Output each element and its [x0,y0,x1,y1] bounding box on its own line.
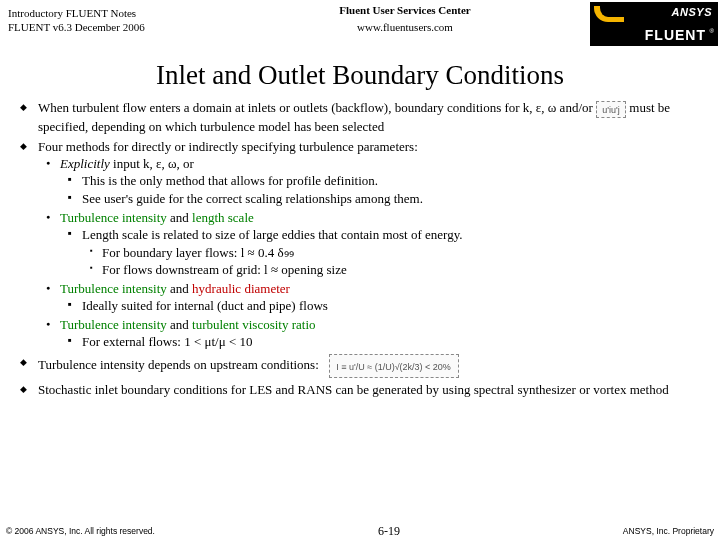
downstream-grid-eq: For flows downstream of grid: l ≈ openin… [82,261,706,278]
bullet-intensity-upstream: Turbulence intensity depends on upstream… [14,354,706,378]
method-intensity-hydraulic: Turbulence intensity and hydraulic diame… [38,280,706,314]
ansys-fluent-logo: ANSYS FLUENT ® [590,2,718,46]
website-url: www.fluentusers.com [220,21,590,33]
slide-footer: © 2006 ANSYS, Inc. All rights reserved. … [0,522,720,540]
slide-header: Introductory FLUENT Notes FLUENT v6.3 De… [0,0,720,54]
logo-ansys-text: ANSYS [672,6,712,18]
hydraulic-note: Ideally suited for internal (duct and pi… [60,297,706,314]
bullet-stochastic: Stochastic inlet boundary conditions for… [14,381,706,398]
copyright: © 2006 ANSYS, Inc. All rights reserved. [6,526,155,536]
bullet-bc-intro: When turbulent flow enters a domain at i… [14,99,706,135]
slide-content: When turbulent flow enters a domain at i… [0,99,720,398]
method-intensity-viscosity: Turbulence intensity and turbulent visco… [38,316,706,350]
registered-mark: ® [710,28,714,34]
header-left: Introductory FLUENT Notes FLUENT v6.3 De… [0,0,220,35]
method-intensity-length: Turbulence intensity and length scale Le… [38,209,706,278]
header-center: Fluent User Services Center www.fluentus… [220,0,590,33]
explicit-note-scaling: See user's guide for the correct scaling… [60,190,706,207]
intensity-eq: I ≡ u'/U ≈ (1/U)√(2k/3) < 20% [329,354,459,378]
boundary-layer-eq: For boundary layer flows: l ≈ 0.4 δ₉₉ [82,244,706,261]
proprietary-note: ANSYS, Inc. Proprietary [623,526,714,536]
version-date: FLUENT v6.3 December 2006 [8,20,220,34]
logo-swoosh-icon [594,6,624,22]
slide-title: Inlet and Outlet Boundary Conditions [0,60,720,91]
explicit-note-profile: This is the only method that allows for … [60,172,706,189]
logo-fluent-text: FLUENT [645,27,706,43]
method-explicit: Explicitly input k, ε, ω, or This is the… [38,155,706,207]
length-scale-note: Length scale is related to size of large… [60,226,706,277]
viscosity-ratio-note: For external flows: 1 < μt/μ < 10 [60,333,706,350]
notes-title: Introductory FLUENT Notes [8,6,220,20]
page-number: 6-19 [378,524,400,539]
bullet-four-methods: Four methods for directly or indirectly … [14,138,706,351]
reynolds-stress-eq: u'iu'j [596,101,626,118]
service-center: Fluent User Services Center [220,4,590,16]
